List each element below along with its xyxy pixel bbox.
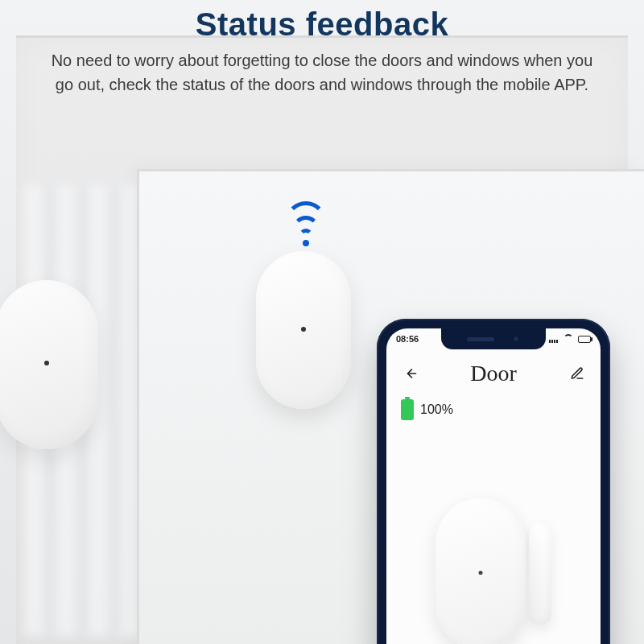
product-scene: Status feedback No need to worry about f… bbox=[0, 0, 644, 644]
phone-mockup: 08:56 Door bbox=[377, 319, 610, 644]
sensor-main-body bbox=[436, 498, 526, 644]
battery-status-icon bbox=[578, 336, 591, 343]
sensor-magnet bbox=[529, 522, 551, 625]
app-title: Door bbox=[470, 361, 517, 386]
wifi-icon bbox=[282, 200, 330, 248]
page-title: Status feedback bbox=[0, 6, 644, 43]
phone-notch bbox=[441, 328, 546, 349]
device-illustration bbox=[417, 481, 570, 644]
door-sensor-device bbox=[256, 251, 351, 409]
battery-percent: 100% bbox=[420, 402, 453, 417]
edit-button[interactable] bbox=[568, 365, 586, 382]
front-camera-icon bbox=[512, 335, 520, 343]
door-sensor-device-blurred bbox=[0, 280, 98, 449]
device-battery-row: 100% bbox=[401, 399, 453, 420]
app-header: Door bbox=[386, 354, 601, 393]
battery-icon bbox=[401, 399, 414, 420]
phone-screen: 08:56 Door bbox=[386, 328, 601, 644]
statusbar-time: 08:56 bbox=[396, 334, 419, 344]
signal-icon bbox=[549, 335, 559, 343]
wifi-status-icon bbox=[564, 334, 573, 344]
page-description: No need to worry about forgetting to clo… bbox=[40, 48, 604, 97]
back-button[interactable] bbox=[401, 365, 419, 382]
phone-speaker bbox=[467, 337, 494, 341]
